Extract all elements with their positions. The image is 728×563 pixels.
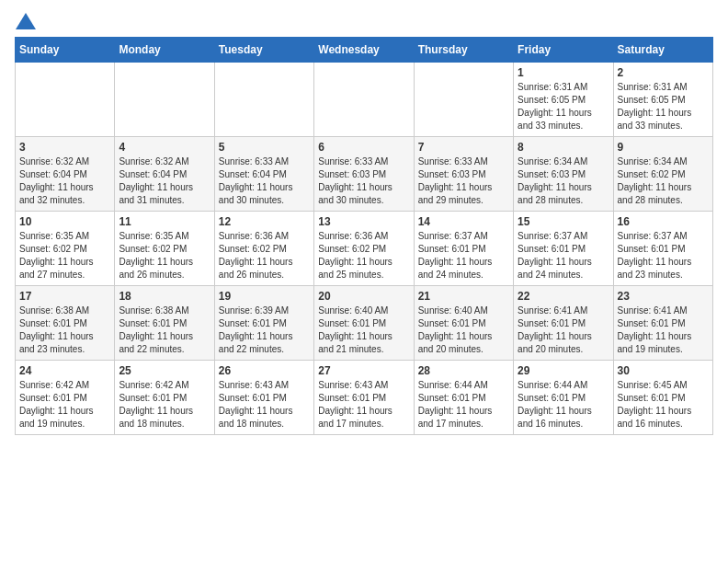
day-info: Sunrise: 6:31 AM Sunset: 6:05 PM Dayligh… bbox=[618, 81, 709, 132]
day-number: 3 bbox=[19, 141, 110, 154]
logo-icon bbox=[16, 13, 36, 29]
day-info: Sunrise: 6:37 AM Sunset: 6:01 PM Dayligh… bbox=[418, 230, 509, 282]
weekday-header-wednesday: Wednesday bbox=[314, 38, 414, 63]
day-info: Sunrise: 6:41 AM Sunset: 6:01 PM Dayligh… bbox=[618, 304, 709, 356]
day-number: 8 bbox=[518, 141, 609, 154]
calendar-day-cell: 14Sunrise: 6:37 AM Sunset: 6:01 PM Dayli… bbox=[414, 212, 513, 286]
day-info: Sunrise: 6:32 AM Sunset: 6:04 PM Dayligh… bbox=[119, 155, 210, 207]
day-number: 29 bbox=[518, 364, 609, 377]
calendar-week-row: 10Sunrise: 6:35 AM Sunset: 6:02 PM Dayli… bbox=[16, 212, 713, 286]
day-info: Sunrise: 6:36 AM Sunset: 6:02 PM Dayligh… bbox=[318, 230, 409, 282]
day-info: Sunrise: 6:34 AM Sunset: 6:03 PM Dayligh… bbox=[518, 155, 609, 207]
day-info: Sunrise: 6:36 AM Sunset: 6:02 PM Dayligh… bbox=[219, 230, 310, 282]
day-info: Sunrise: 6:42 AM Sunset: 6:01 PM Dayligh… bbox=[19, 379, 110, 431]
empty-day-cell bbox=[214, 63, 313, 137]
day-info: Sunrise: 6:33 AM Sunset: 6:03 PM Dayligh… bbox=[318, 155, 409, 207]
day-info: Sunrise: 6:35 AM Sunset: 6:02 PM Dayligh… bbox=[19, 230, 110, 282]
svg-marker-0 bbox=[16, 13, 36, 29]
calendar-day-cell: 21Sunrise: 6:40 AM Sunset: 6:01 PM Dayli… bbox=[414, 286, 513, 361]
empty-day-cell bbox=[16, 63, 115, 137]
day-number: 6 bbox=[318, 141, 409, 154]
day-number: 27 bbox=[318, 364, 409, 377]
day-number: 22 bbox=[518, 290, 609, 303]
calendar-day-cell: 3Sunrise: 6:32 AM Sunset: 6:04 PM Daylig… bbox=[16, 137, 115, 212]
calendar-day-cell: 20Sunrise: 6:40 AM Sunset: 6:01 PM Dayli… bbox=[314, 286, 414, 361]
calendar-day-cell: 12Sunrise: 6:36 AM Sunset: 6:02 PM Dayli… bbox=[214, 212, 313, 286]
calendar-day-cell: 5Sunrise: 6:33 AM Sunset: 6:04 PM Daylig… bbox=[214, 137, 313, 212]
weekday-header-saturday: Saturday bbox=[613, 38, 712, 63]
empty-day-cell bbox=[314, 63, 414, 137]
day-number: 17 bbox=[19, 290, 110, 303]
day-info: Sunrise: 6:32 AM Sunset: 6:04 PM Dayligh… bbox=[19, 155, 110, 207]
day-number: 26 bbox=[219, 364, 310, 377]
day-number: 16 bbox=[618, 215, 709, 228]
day-number: 10 bbox=[19, 215, 110, 228]
calendar-day-cell: 19Sunrise: 6:39 AM Sunset: 6:01 PM Dayli… bbox=[214, 286, 313, 361]
day-info: Sunrise: 6:33 AM Sunset: 6:03 PM Dayligh… bbox=[418, 155, 509, 207]
day-info: Sunrise: 6:37 AM Sunset: 6:01 PM Dayligh… bbox=[618, 230, 709, 282]
calendar-day-cell: 24Sunrise: 6:42 AM Sunset: 6:01 PM Dayli… bbox=[16, 361, 115, 435]
day-number: 14 bbox=[418, 215, 509, 228]
day-info: Sunrise: 6:41 AM Sunset: 6:01 PM Dayligh… bbox=[518, 304, 609, 356]
empty-day-cell bbox=[115, 63, 214, 137]
day-info: Sunrise: 6:40 AM Sunset: 6:01 PM Dayligh… bbox=[318, 304, 409, 356]
day-number: 12 bbox=[219, 215, 310, 228]
day-info: Sunrise: 6:43 AM Sunset: 6:01 PM Dayligh… bbox=[219, 379, 310, 431]
calendar-week-row: 24Sunrise: 6:42 AM Sunset: 6:01 PM Dayli… bbox=[16, 361, 713, 435]
calendar-day-cell: 15Sunrise: 6:37 AM Sunset: 6:01 PM Dayli… bbox=[514, 212, 613, 286]
day-number: 15 bbox=[518, 215, 609, 228]
calendar-day-cell: 26Sunrise: 6:43 AM Sunset: 6:01 PM Dayli… bbox=[214, 361, 313, 435]
day-info: Sunrise: 6:40 AM Sunset: 6:01 PM Dayligh… bbox=[418, 304, 509, 356]
calendar-day-cell: 10Sunrise: 6:35 AM Sunset: 6:02 PM Dayli… bbox=[16, 212, 115, 286]
day-info: Sunrise: 6:43 AM Sunset: 6:01 PM Dayligh… bbox=[318, 379, 409, 431]
calendar-day-cell: 6Sunrise: 6:33 AM Sunset: 6:03 PM Daylig… bbox=[314, 137, 414, 212]
day-number: 24 bbox=[19, 364, 110, 377]
calendar-day-cell: 17Sunrise: 6:38 AM Sunset: 6:01 PM Dayli… bbox=[16, 286, 115, 361]
day-number: 25 bbox=[119, 364, 210, 377]
weekday-header-tuesday: Tuesday bbox=[214, 38, 313, 63]
day-number: 2 bbox=[618, 66, 709, 79]
calendar-day-cell: 16Sunrise: 6:37 AM Sunset: 6:01 PM Dayli… bbox=[613, 212, 712, 286]
calendar-day-cell: 1Sunrise: 6:31 AM Sunset: 6:05 PM Daylig… bbox=[514, 63, 613, 137]
calendar-day-cell: 29Sunrise: 6:44 AM Sunset: 6:01 PM Dayli… bbox=[514, 361, 613, 435]
weekday-header-row: SundayMondayTuesdayWednesdayThursdayFrid… bbox=[16, 38, 713, 63]
calendar-day-cell: 11Sunrise: 6:35 AM Sunset: 6:02 PM Dayli… bbox=[115, 212, 214, 286]
day-info: Sunrise: 6:33 AM Sunset: 6:04 PM Dayligh… bbox=[219, 155, 310, 207]
day-number: 11 bbox=[119, 215, 210, 228]
day-info: Sunrise: 6:44 AM Sunset: 6:01 PM Dayligh… bbox=[418, 379, 509, 431]
day-info: Sunrise: 6:42 AM Sunset: 6:01 PM Dayligh… bbox=[119, 379, 210, 431]
calendar-week-row: 3Sunrise: 6:32 AM Sunset: 6:04 PM Daylig… bbox=[16, 137, 713, 212]
calendar-day-cell: 23Sunrise: 6:41 AM Sunset: 6:01 PM Dayli… bbox=[613, 286, 712, 361]
day-number: 28 bbox=[418, 364, 509, 377]
weekday-header-monday: Monday bbox=[115, 38, 214, 63]
day-number: 30 bbox=[618, 364, 709, 377]
day-info: Sunrise: 6:31 AM Sunset: 6:05 PM Dayligh… bbox=[518, 81, 609, 132]
calendar-day-cell: 27Sunrise: 6:43 AM Sunset: 6:01 PM Dayli… bbox=[314, 361, 414, 435]
calendar-day-cell: 18Sunrise: 6:38 AM Sunset: 6:01 PM Dayli… bbox=[115, 286, 214, 361]
day-number: 7 bbox=[418, 141, 509, 154]
day-info: Sunrise: 6:35 AM Sunset: 6:02 PM Dayligh… bbox=[119, 230, 210, 282]
day-info: Sunrise: 6:44 AM Sunset: 6:01 PM Dayligh… bbox=[518, 379, 609, 431]
page-header bbox=[15, 15, 713, 26]
day-info: Sunrise: 6:45 AM Sunset: 6:01 PM Dayligh… bbox=[618, 379, 709, 431]
day-number: 20 bbox=[318, 290, 409, 303]
day-info: Sunrise: 6:34 AM Sunset: 6:02 PM Dayligh… bbox=[618, 155, 709, 207]
calendar-day-cell: 13Sunrise: 6:36 AM Sunset: 6:02 PM Dayli… bbox=[314, 212, 414, 286]
weekday-header-friday: Friday bbox=[514, 38, 613, 63]
day-info: Sunrise: 6:38 AM Sunset: 6:01 PM Dayligh… bbox=[119, 304, 210, 356]
calendar-table: SundayMondayTuesdayWednesdayThursdayFrid… bbox=[15, 37, 713, 435]
day-info: Sunrise: 6:37 AM Sunset: 6:01 PM Dayligh… bbox=[518, 230, 609, 282]
calendar-week-row: 1Sunrise: 6:31 AM Sunset: 6:05 PM Daylig… bbox=[16, 63, 713, 137]
logo bbox=[15, 15, 36, 26]
day-number: 9 bbox=[618, 141, 709, 154]
calendar-day-cell: 8Sunrise: 6:34 AM Sunset: 6:03 PM Daylig… bbox=[514, 137, 613, 212]
calendar-day-cell: 4Sunrise: 6:32 AM Sunset: 6:04 PM Daylig… bbox=[115, 137, 214, 212]
day-number: 19 bbox=[219, 290, 310, 303]
calendar-week-row: 17Sunrise: 6:38 AM Sunset: 6:01 PM Dayli… bbox=[16, 286, 713, 361]
weekday-header-thursday: Thursday bbox=[414, 38, 513, 63]
day-info: Sunrise: 6:39 AM Sunset: 6:01 PM Dayligh… bbox=[219, 304, 310, 356]
day-number: 23 bbox=[618, 290, 709, 303]
calendar-day-cell: 2Sunrise: 6:31 AM Sunset: 6:05 PM Daylig… bbox=[613, 63, 712, 137]
calendar-day-cell: 28Sunrise: 6:44 AM Sunset: 6:01 PM Dayli… bbox=[414, 361, 513, 435]
calendar-day-cell: 25Sunrise: 6:42 AM Sunset: 6:01 PM Dayli… bbox=[115, 361, 214, 435]
